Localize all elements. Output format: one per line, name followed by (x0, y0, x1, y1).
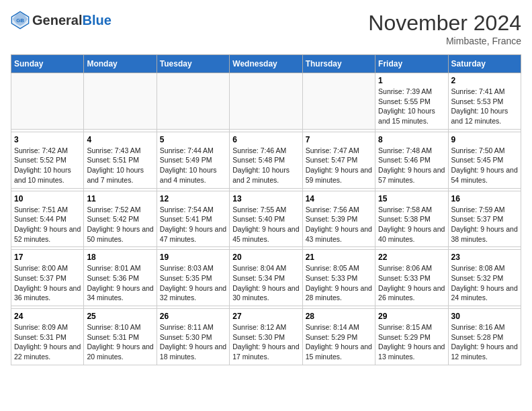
day-number: 4 (87, 135, 153, 144)
calendar-cell: 26Sunrise: 8:11 AM Sunset: 5:30 PM Dayli… (157, 309, 229, 365)
calendar-cell: 8Sunrise: 7:48 AM Sunset: 5:46 PM Daylig… (375, 132, 448, 188)
day-number: 8 (378, 135, 445, 144)
day-number: 17 (14, 253, 81, 262)
calendar-week-row: 24Sunrise: 8:09 AM Sunset: 5:31 PM Dayli… (11, 309, 521, 365)
day-number: 30 (451, 312, 518, 321)
calendar-cell: 19Sunrise: 8:03 AM Sunset: 5:35 PM Dayli… (157, 250, 229, 306)
day-number: 20 (232, 253, 299, 262)
day-info: Sunrise: 7:50 AM Sunset: 5:45 PM Dayligh… (451, 146, 518, 185)
calendar-cell: 14Sunrise: 7:56 AM Sunset: 5:39 PM Dayli… (302, 191, 375, 247)
svg-text:GB: GB (16, 17, 24, 24)
day-info: Sunrise: 8:10 AM Sunset: 5:31 PM Dayligh… (87, 322, 153, 362)
calendar-cell: 11Sunrise: 7:52 AM Sunset: 5:42 PM Dayli… (84, 191, 157, 247)
calendar-week-row: 3Sunrise: 7:42 AM Sunset: 5:52 PM Daylig… (11, 132, 521, 188)
calendar-table: Sunday Monday Tuesday Wednesday Thursday… (11, 54, 521, 365)
day-number: 1 (378, 76, 445, 85)
day-info: Sunrise: 8:15 AM Sunset: 5:29 PM Dayligh… (378, 322, 445, 362)
col-saturday: Saturday (448, 55, 521, 73)
day-info: Sunrise: 7:39 AM Sunset: 5:55 PM Dayligh… (378, 87, 445, 126)
day-info: Sunrise: 7:56 AM Sunset: 5:39 PM Dayligh… (306, 205, 372, 244)
day-info: Sunrise: 8:16 AM Sunset: 5:28 PM Dayligh… (451, 322, 518, 362)
calendar-cell: 10Sunrise: 7:51 AM Sunset: 5:44 PM Dayli… (11, 191, 84, 247)
day-info: Sunrise: 7:58 AM Sunset: 5:38 PM Dayligh… (378, 205, 445, 244)
calendar-cell: 30Sunrise: 8:16 AM Sunset: 5:28 PM Dayli… (448, 309, 521, 365)
day-info: Sunrise: 7:42 AM Sunset: 5:52 PM Dayligh… (14, 146, 81, 185)
calendar-header-row: Sunday Monday Tuesday Wednesday Thursday… (11, 55, 521, 73)
day-info: Sunrise: 8:03 AM Sunset: 5:35 PM Dayligh… (160, 263, 226, 303)
day-number: 16 (451, 194, 518, 203)
day-info: Sunrise: 7:41 AM Sunset: 5:53 PM Dayligh… (451, 87, 518, 126)
logo: GB GeneralBlue (11, 11, 112, 30)
day-info: Sunrise: 8:11 AM Sunset: 5:30 PM Dayligh… (160, 322, 226, 362)
day-info: Sunrise: 8:00 AM Sunset: 5:37 PM Dayligh… (14, 263, 81, 303)
day-info: Sunrise: 7:48 AM Sunset: 5:46 PM Dayligh… (378, 146, 445, 185)
logo-general-text: General (32, 13, 82, 28)
calendar-cell: 7Sunrise: 7:47 AM Sunset: 5:47 PM Daylig… (302, 132, 375, 188)
col-monday: Monday (84, 55, 157, 73)
calendar-cell: 6Sunrise: 7:46 AM Sunset: 5:48 PM Daylig… (230, 132, 302, 188)
day-number: 18 (87, 253, 153, 262)
calendar-cell: 12Sunrise: 7:54 AM Sunset: 5:41 PM Dayli… (157, 191, 229, 247)
calendar-cell (157, 73, 229, 130)
col-wednesday: Wednesday (230, 55, 302, 73)
day-info: Sunrise: 8:08 AM Sunset: 5:32 PM Dayligh… (451, 263, 518, 303)
day-number: 12 (160, 194, 226, 203)
calendar-cell: 17Sunrise: 8:00 AM Sunset: 5:37 PM Dayli… (11, 250, 84, 306)
day-info: Sunrise: 8:01 AM Sunset: 5:36 PM Dayligh… (87, 263, 153, 303)
calendar-cell: 9Sunrise: 7:50 AM Sunset: 5:45 PM Daylig… (448, 132, 521, 188)
calendar-cell: 18Sunrise: 8:01 AM Sunset: 5:36 PM Dayli… (84, 250, 157, 306)
day-info: Sunrise: 7:59 AM Sunset: 5:37 PM Dayligh… (451, 205, 518, 244)
calendar-cell: 20Sunrise: 8:04 AM Sunset: 5:34 PM Dayli… (230, 250, 302, 306)
calendar-cell: 22Sunrise: 8:06 AM Sunset: 5:33 PM Dayli… (375, 250, 448, 306)
day-number: 3 (14, 135, 81, 144)
day-number: 29 (378, 312, 445, 321)
col-tuesday: Tuesday (157, 55, 229, 73)
day-number: 21 (306, 253, 372, 262)
calendar-cell: 29Sunrise: 8:15 AM Sunset: 5:29 PM Dayli… (375, 309, 448, 365)
location-subtitle: Mimbaste, France (368, 36, 521, 46)
day-number: 19 (160, 253, 226, 262)
day-info: Sunrise: 8:06 AM Sunset: 5:33 PM Dayligh… (378, 263, 445, 303)
day-info: Sunrise: 8:14 AM Sunset: 5:29 PM Dayligh… (306, 322, 372, 362)
day-number: 5 (160, 135, 226, 144)
day-number: 6 (232, 135, 299, 144)
calendar-cell (11, 73, 84, 130)
day-number: 9 (451, 135, 518, 144)
day-number: 27 (232, 312, 299, 321)
calendar-cell: 2Sunrise: 7:41 AM Sunset: 5:53 PM Daylig… (448, 73, 521, 130)
day-info: Sunrise: 7:51 AM Sunset: 5:44 PM Dayligh… (14, 205, 81, 244)
day-number: 13 (232, 194, 299, 203)
calendar-cell: 13Sunrise: 7:55 AM Sunset: 5:40 PM Dayli… (230, 191, 302, 247)
day-number: 14 (306, 194, 372, 203)
day-info: Sunrise: 7:54 AM Sunset: 5:41 PM Dayligh… (160, 205, 226, 244)
calendar-cell: 3Sunrise: 7:42 AM Sunset: 5:52 PM Daylig… (11, 132, 84, 188)
col-friday: Friday (375, 55, 448, 73)
calendar-week-row: 17Sunrise: 8:00 AM Sunset: 5:37 PM Dayli… (11, 250, 521, 306)
calendar-cell: 24Sunrise: 8:09 AM Sunset: 5:31 PM Dayli… (11, 309, 84, 365)
title-block: November 2024 Mimbaste, France (368, 11, 521, 46)
calendar-cell: 15Sunrise: 7:58 AM Sunset: 5:38 PM Dayli… (375, 191, 448, 247)
calendar-cell: 4Sunrise: 7:43 AM Sunset: 5:51 PM Daylig… (84, 132, 157, 188)
page-header: GB GeneralBlue November 2024 Mimbaste, F… (11, 11, 521, 46)
day-info: Sunrise: 8:09 AM Sunset: 5:31 PM Dayligh… (14, 322, 81, 362)
calendar-cell: 28Sunrise: 8:14 AM Sunset: 5:29 PM Dayli… (302, 309, 375, 365)
day-info: Sunrise: 7:43 AM Sunset: 5:51 PM Dayligh… (87, 146, 153, 185)
day-info: Sunrise: 7:52 AM Sunset: 5:42 PM Dayligh… (87, 205, 153, 244)
calendar-cell (230, 73, 302, 130)
calendar-cell (84, 73, 157, 130)
day-info: Sunrise: 8:05 AM Sunset: 5:33 PM Dayligh… (306, 263, 372, 303)
day-number: 7 (306, 135, 372, 144)
logo-icon: GB (11, 11, 30, 30)
day-info: Sunrise: 7:44 AM Sunset: 5:49 PM Dayligh… (160, 146, 226, 185)
calendar-cell: 5Sunrise: 7:44 AM Sunset: 5:49 PM Daylig… (157, 132, 229, 188)
day-number: 22 (378, 253, 445, 262)
calendar-cell: 27Sunrise: 8:12 AM Sunset: 5:30 PM Dayli… (230, 309, 302, 365)
day-number: 28 (306, 312, 372, 321)
calendar-cell: 25Sunrise: 8:10 AM Sunset: 5:31 PM Dayli… (84, 309, 157, 365)
calendar-cell: 1Sunrise: 7:39 AM Sunset: 5:55 PM Daylig… (375, 73, 448, 130)
day-number: 25 (87, 312, 153, 321)
day-number: 10 (14, 194, 81, 203)
day-info: Sunrise: 8:04 AM Sunset: 5:34 PM Dayligh… (232, 263, 299, 303)
logo-text: GeneralBlue (32, 13, 112, 28)
calendar-week-row: 1Sunrise: 7:39 AM Sunset: 5:55 PM Daylig… (11, 73, 521, 130)
